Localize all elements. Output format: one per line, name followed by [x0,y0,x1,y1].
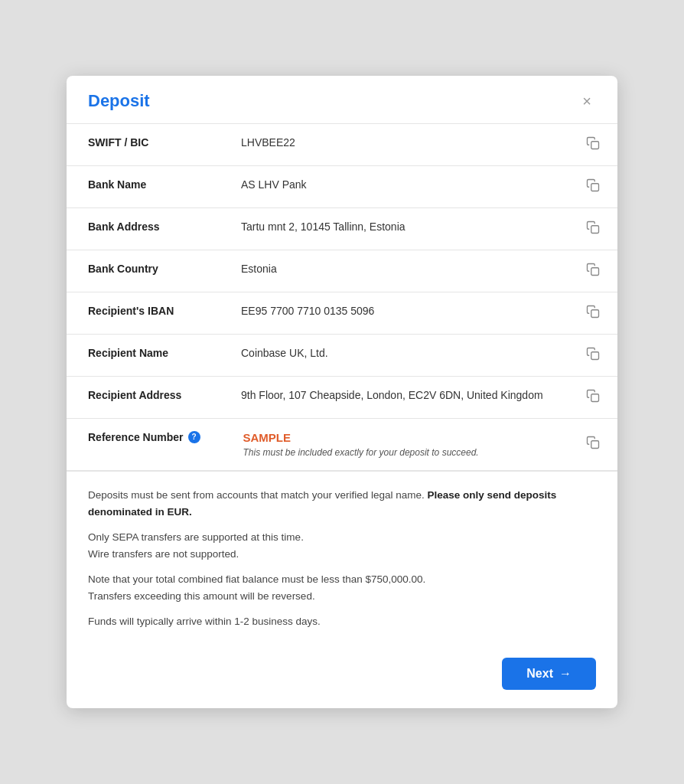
close-button[interactable]: × [578,92,596,110]
row-bank-name: Bank Name AS LHV Pank [67,165,617,207]
copy-icon-bank-country[interactable] [586,263,600,276]
svg-rect-2 [591,226,599,234]
reference-copy-cell [584,419,617,471]
value-recipient-name: Coinbase UK, Ltd. [220,334,584,376]
label-recipient-name: Recipient Name [67,334,220,376]
deposit-modal: Deposit × SWIFT / BIC LHVBEE22 Bank Name… [67,76,617,708]
copy-bank-address [584,207,617,250]
value-swift-bic: LHVBEE22 [220,124,584,166]
svg-rect-1 [591,184,599,191]
copy-swift-bic [584,124,617,166]
label-recipient-address: Recipient Address [67,376,220,418]
disclaimer-section: Deposits must be sent from accounts that… [67,471,617,645]
copy-bank-name [584,165,617,207]
reference-help-icon[interactable]: ? [188,431,200,443]
disclaimer-line3: Note that your total combined fiat balan… [88,571,596,604]
value-bank-name: AS LHV Pank [220,165,584,207]
label-bank-country: Bank Country [67,250,220,292]
value-recipient-iban: EE95 7700 7710 0135 5096 [220,292,584,334]
reference-label: Reference Number [88,431,184,443]
value-recipient-address: 9th Floor, 107 Cheapside, London, EC2V 6… [220,376,584,418]
disclaimer-line4: Funds will typically arrive within 1-2 b… [88,613,596,630]
disclaimer-line1-normal: Deposits must be sent from accounts that… [88,489,425,501]
copy-icon-recipient-address[interactable] [586,389,600,403]
svg-rect-7 [591,441,599,449]
row-recipient-name: Recipient Name Coinbase UK, Ltd. [67,334,617,376]
reference-note: This must be included exactly for your d… [243,447,572,458]
reference-value: SAMPLE [243,431,572,444]
copy-recipient-address [584,376,617,418]
reference-label-cell: Reference Number ? [67,419,222,471]
disclaimer-line1: Deposits must be sent from accounts that… [88,487,596,520]
copy-icon-bank-address[interactable] [586,220,600,234]
copy-recipient-name [584,334,617,376]
modal-body: SWIFT / BIC LHVBEE22 Bank Name AS LHV Pa… [67,124,617,645]
reference-copy-icon[interactable] [586,436,600,449]
reference-value-cell: SAMPLE This must be included exactly for… [222,419,585,471]
label-swift-bic: SWIFT / BIC [67,124,220,166]
copy-recipient-iban [584,292,617,334]
value-bank-country: Estonia [220,250,584,292]
label-bank-name: Bank Name [67,165,220,207]
modal-actions: Next → [67,645,617,708]
copy-icon-bank-name[interactable] [586,178,600,192]
copy-icon-swift-bic[interactable] [586,136,600,150]
svg-rect-3 [591,268,599,276]
row-recipient-address: Recipient Address 9th Floor, 107 Cheapsi… [67,376,617,418]
svg-rect-4 [591,310,599,318]
svg-rect-0 [591,142,599,149]
row-bank-address: Bank Address Tartu mnt 2, 10145 Tallinn,… [67,207,617,250]
reference-table: Reference Number ? SAMPLE This must be i… [67,419,617,471]
deposit-info-table: SWIFT / BIC LHVBEE22 Bank Name AS LHV Pa… [67,124,617,419]
modal-header: Deposit × [67,76,617,124]
copy-bank-country [584,250,617,292]
value-bank-address: Tartu mnt 2, 10145 Tallinn, Estonia [220,207,584,250]
copy-icon-recipient-name[interactable] [586,347,600,361]
label-recipient-iban: Recipient's IBAN [67,292,220,334]
next-arrow: → [559,667,572,681]
svg-rect-6 [591,394,599,402]
svg-rect-5 [591,352,599,360]
label-bank-address: Bank Address [67,207,220,250]
row-recipient-iban: Recipient's IBAN EE95 7700 7710 0135 509… [67,292,617,334]
row-swift-bic: SWIFT / BIC LHVBEE22 [67,124,617,166]
copy-icon-recipient-iban[interactable] [586,305,600,318]
modal-title: Deposit [88,91,150,111]
reference-row: Reference Number ? SAMPLE This must be i… [67,419,617,471]
next-button[interactable]: Next → [502,658,596,690]
next-label: Next [526,667,553,681]
disclaimer-line2: Only SEPA transfers are supported at thi… [88,529,596,562]
row-bank-country: Bank Country Estonia [67,250,617,292]
